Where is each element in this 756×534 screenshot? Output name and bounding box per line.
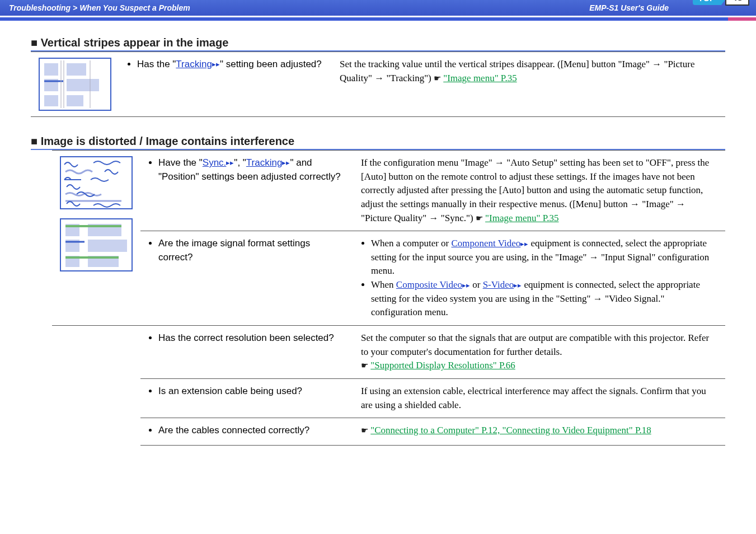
- hand-icon: ☛: [361, 426, 368, 435]
- svg-rect-6: [67, 95, 83, 106]
- svg-rect-4: [67, 79, 99, 91]
- glossary-link-s-video[interactable]: S-Video: [483, 279, 514, 290]
- svg-rect-1: [44, 63, 58, 76]
- hand-icon: ☛: [361, 361, 368, 370]
- glossary-link-component-video[interactable]: Component Video: [452, 238, 521, 249]
- ref-link-connecting[interactable]: "Connecting to a Computer" P.12, "Connec…: [370, 425, 651, 435]
- svg-rect-5: [44, 95, 58, 106]
- answer-cell: Set the computer so that the signals tha…: [353, 326, 725, 379]
- q-text-part: " setting been adjusted?: [220, 59, 322, 69]
- question-text: Are the image signal format settings cor…: [158, 237, 345, 264]
- question-text: Is an extension cable being used?: [158, 385, 345, 399]
- table-row: Have the "Sync.▸▸", "Tracking▸▸" and "Po…: [52, 151, 725, 231]
- answer-bullet: When a computer or Component Video▸▸ equ…: [371, 237, 717, 278]
- glossary-icon: ▸▸: [514, 280, 522, 291]
- question-cell: Is an extension cable being used?: [140, 378, 353, 418]
- table-row: Has the "Tracking▸▸" setting been adjust…: [31, 52, 725, 117]
- question-text: Are the cables connected correctly?: [158, 424, 345, 438]
- svg-rect-2: [67, 63, 86, 76]
- svg-rect-16: [88, 240, 127, 252]
- section-title-distorted: ■ Image is distorted / Image contains in…: [31, 135, 725, 150]
- answer-text-part: Set the tracking value until the vertica…: [340, 59, 695, 83]
- ref-link-image-menu[interactable]: "Image menu" P.35: [485, 213, 558, 223]
- hand-icon: ☛: [434, 74, 441, 83]
- table-row: Are the image signal format settings cor…: [52, 231, 725, 326]
- question-text: Has the correct resolution been selected…: [158, 331, 345, 345]
- distorted-image-icon: [60, 156, 133, 209]
- answer-cell: If using an extension cable, electrical …: [353, 378, 725, 418]
- glossary-icon: ▸▸: [212, 59, 220, 70]
- indented-table-wrapper: Have the "Sync.▸▸", "Tracking▸▸" and "Po…: [52, 150, 725, 446]
- table-row: Are the cables connected correctly? ☛ "C…: [52, 418, 725, 446]
- ref-link-resolutions[interactable]: "Supported Display Resolutions" P.66: [370, 360, 515, 371]
- answer-cell: Set the tracking value until the vertica…: [332, 52, 725, 117]
- table-row: Is an extension cable being used? If usi…: [52, 378, 725, 418]
- table-row: Has the correct resolution been selected…: [52, 326, 725, 379]
- question-text: Have the "Sync.▸▸", "Tracking▸▸" and "Po…: [158, 156, 345, 184]
- interference-image-icon: [60, 218, 133, 271]
- answer-cell: When a computer or Component Video▸▸ equ…: [353, 231, 725, 326]
- ref-link-image-menu[interactable]: "Image menu" P.35: [443, 73, 516, 83]
- glossary-link-tracking[interactable]: Tracking: [176, 59, 212, 69]
- table-distorted: Have the "Sync.▸▸", "Tracking▸▸" and "Po…: [52, 150, 725, 446]
- question-text: Has the "Tracking▸▸" setting been adjust…: [137, 58, 324, 72]
- empty-cell: [52, 326, 140, 379]
- table-stripes: Has the "Tracking▸▸" setting been adjust…: [31, 51, 725, 117]
- glossary-icon: ▸▸: [462, 280, 470, 291]
- glossary-icon: ▸▸: [282, 158, 290, 168]
- question-cell: Has the "Tracking▸▸" setting been adjust…: [119, 52, 332, 117]
- header-bar: Troubleshooting > When You Suspect a Pro…: [0, 0, 756, 16]
- question-cell: Has the correct resolution been selected…: [140, 326, 353, 379]
- hand-icon: ☛: [476, 214, 483, 223]
- header-underline-accent: [728, 17, 756, 21]
- question-cell: Have the "Sync.▸▸", "Tracking▸▸" and "Po…: [140, 151, 353, 231]
- empty-cell: [52, 418, 140, 446]
- empty-cell: [52, 378, 140, 418]
- q-text-part: ", ": [234, 157, 246, 168]
- glossary-link-sync[interactable]: Sync.: [203, 157, 227, 168]
- answer-text-part: If using an extension cable, electrical …: [361, 386, 706, 410]
- answer-bullet: When Composite Video▸▸ or S-Video▸▸ equi…: [371, 278, 717, 320]
- answer-cell: ☛ "Connecting to a Computer" P.12, "Conn…: [353, 418, 725, 446]
- answer-cell: If the configuration menu "Image" → "Aut…: [353, 151, 725, 231]
- symptom-icon-cell: [52, 151, 140, 326]
- section-title-stripes: ■ Vertical stripes appear in the image: [31, 36, 725, 51]
- top-link-ribbon[interactable]: TOP: [693, 0, 721, 5]
- glossary-link-tracking[interactable]: Tracking: [246, 157, 283, 168]
- vertical-stripes-icon: [39, 58, 111, 111]
- answer-text-part: When: [371, 279, 396, 290]
- glossary-icon: ▸▸: [226, 158, 234, 168]
- guide-title: EMP-S1 User's Guide: [589, 3, 669, 12]
- page-number: 48: [725, 0, 749, 6]
- symptom-icon-cell: [31, 52, 119, 117]
- glossary-link-composite-video[interactable]: Composite Video: [396, 279, 462, 290]
- question-cell: Are the cables connected correctly?: [140, 418, 353, 446]
- page-content: ■ Vertical stripes appear in the image: [0, 21, 756, 457]
- q-text-part: Have the ": [158, 157, 203, 168]
- q-text-part: Has the ": [137, 59, 176, 69]
- question-cell: Are the image signal format settings cor…: [140, 231, 353, 326]
- answer-text-part: When a computer or: [371, 238, 452, 249]
- answer-text-part: Set the computer so that the signals tha…: [361, 332, 709, 357]
- glossary-icon: ▸▸: [520, 239, 528, 250]
- top-badge-group: TOP 48: [693, 0, 750, 6]
- breadcrumb: Troubleshooting > When You Suspect a Pro…: [9, 3, 589, 12]
- answer-text-part: or: [470, 279, 483, 290]
